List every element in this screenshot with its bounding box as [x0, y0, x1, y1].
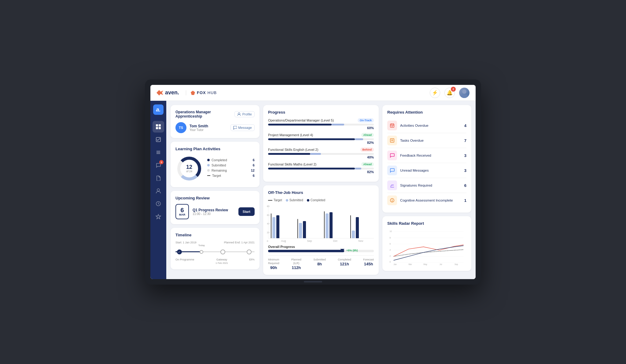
remaining-dot [207, 169, 210, 172]
target-bar-nov [350, 215, 351, 238]
review-time: 11:00 - 12:30 [193, 212, 235, 216]
stats-row: MinimumRequired 90h Planned(ILR) 112h Su… [268, 255, 374, 270]
review-row: 6 MAR Q1 Progress Review 11:00 - 12:30 S… [175, 204, 255, 219]
svg-text:Jan: Jan [394, 264, 397, 266]
message-icon [233, 126, 237, 129]
date-month: MAR [179, 213, 186, 216]
progress-item-0: Operations/Departmental Manager (Level 5… [268, 118, 374, 130]
messages-badge: 3 [159, 160, 164, 164]
feedback-count: 3 [464, 153, 466, 158]
target-line-icon [268, 200, 272, 201]
submitted-bar-aug [272, 217, 275, 238]
stat-forecast: Forecast 145h [363, 258, 374, 270]
donut-sub: of 24 [186, 170, 192, 173]
review-info: Q1 Progress Review 11:00 - 12:30 [193, 208, 235, 216]
sidebar-item-profile[interactable] [153, 185, 164, 197]
unread-messages-count: 3 [464, 168, 466, 173]
profile-header: Operations Manager Apprenticeship Profil… [175, 110, 255, 118]
svg-text:4: 4 [390, 249, 391, 251]
progress-name-3: Functional Skills Maths (Level 2) [268, 162, 316, 166]
timeline-title: Timeline [175, 233, 255, 237]
legend-target: Target 6 [207, 174, 255, 177]
svg-point-11 [157, 189, 160, 191]
progress-title: Progress [268, 110, 374, 115]
off-the-job-card: Off-The-Job Hours Target Submitted [263, 185, 379, 275]
notifications-button[interactable]: 🔔 2 [444, 88, 455, 98]
progress-item-1: Project Management (Level 4) Ahead 82% [268, 133, 374, 144]
svg-point-14 [238, 113, 240, 115]
date-box: 6 MAR [175, 204, 189, 219]
skills-chart-svg: 10 8 6 4 2 0 [387, 229, 466, 266]
progress-badge-3: Ahead [361, 162, 374, 166]
feedback-icon [387, 151, 397, 160]
attention-activities-overdue[interactable]: Activities Overdue 4 [387, 118, 466, 133]
flash-button[interactable]: ⚡ [430, 88, 440, 98]
timeline-label-gateway: Gateway 1 Feb 2021 [215, 258, 228, 264]
main-layout: a. 3 [150, 101, 476, 279]
skills-radar-card: Skills Radar Report 10 8 6 4 2 0 [382, 216, 471, 271]
progress-name-0: Operations/Departmental Manager (Level 5… [268, 118, 334, 122]
aven-bird-icon [156, 90, 163, 96]
activities-overdue-count: 4 [464, 123, 466, 128]
progress-pct-1: 82% [268, 141, 374, 144]
svg-point-2 [461, 94, 468, 98]
completed-bar-sep [303, 221, 306, 238]
tutor-row: TS Tom Smith Your Tutor Message [175, 122, 255, 133]
target-bar-aug [271, 213, 271, 238]
attention-cognitive[interactable]: Cognitive Assessment Incomplete 1 [387, 193, 466, 208]
sidebar-item-activities[interactable] [153, 147, 164, 158]
attention-tasks-overdue[interactable]: Tasks Overdue 7 [387, 133, 466, 148]
overall-bar-fill [268, 250, 344, 252]
review-name: Q1 Progress Review [193, 208, 235, 212]
bar-chart [268, 205, 374, 238]
progress-card: Progress Operations/Departmental Manager… [263, 105, 379, 182]
overall-progress-section: Overall Progress +8% (8h) [268, 245, 374, 252]
svg-text:2: 2 [390, 255, 391, 257]
timeline-label-epa: EPA [249, 258, 255, 264]
progress-pct-0: 60% [268, 126, 374, 130]
message-button[interactable]: Message [230, 124, 255, 131]
svg-text:0: 0 [390, 261, 391, 263]
profile-button[interactable]: Profile [234, 111, 255, 117]
cognitive-count: 1 [464, 198, 466, 203]
review-title: Upcoming Review [175, 196, 255, 200]
bar-group-nov [350, 215, 373, 238]
attention-title: Requires Attention [387, 110, 466, 115]
sidebar-item-documents[interactable] [153, 172, 164, 184]
sidebar-item-messages[interactable]: 3 [153, 159, 164, 171]
sidebar-item-awards[interactable] [153, 211, 164, 222]
attention-signatures[interactable]: Signatures Required 6 [387, 178, 466, 193]
milestone-gateway [220, 249, 225, 254]
svg-text:Jul: Jul [440, 264, 442, 266]
timeline-labels: On Programme Gateway 1 Feb 2021 EPA [175, 258, 255, 264]
notification-badge: 2 [451, 87, 456, 92]
cognitive-label: Cognitive Assessment Incomplete [400, 198, 461, 202]
tutor-name: Tom Smith [190, 124, 227, 128]
user-avatar[interactable] [459, 88, 470, 98]
progress-pct-3: 82% [268, 170, 374, 174]
timeline-label-on-programme: On Programme [175, 258, 194, 264]
progress-item-3: Functional Skills Maths (Level 2) Ahead … [268, 162, 374, 174]
fox-icon [190, 90, 195, 95]
sidebar-item-reports[interactable] [153, 198, 164, 209]
svg-rect-3 [156, 124, 158, 126]
submitted-bar-sep [299, 223, 302, 238]
tutor-avatar: TS [175, 122, 186, 133]
tutor-role: Your Tutor [190, 128, 227, 132]
progress-badge-2: Behind [360, 147, 374, 152]
svg-marker-13 [156, 214, 161, 219]
sidebar-item-tasks[interactable] [153, 134, 164, 145]
start-button[interactable]: Start [238, 207, 255, 216]
otj-title: Off-The-Job Hours [268, 190, 374, 195]
today-marker [200, 250, 203, 254]
timeline-start: Start: 1 Jan 2019 [175, 241, 197, 244]
timeline-end: Planned End: 1 Apr 2021 [224, 241, 255, 244]
bar-group-aug [271, 213, 293, 238]
tutor-info: Tom Smith Your Tutor [190, 124, 227, 132]
attention-feedback[interactable]: Feedback Received 3 [387, 148, 466, 163]
stat-submitted: Submitted 8h [313, 258, 326, 270]
attention-unread-messages[interactable]: Unread Messages 3 [387, 163, 466, 178]
sidebar-item-dashboard[interactable] [153, 121, 164, 133]
feedback-label: Feedback Received [400, 154, 461, 157]
progress-bar-2 [268, 153, 374, 155]
